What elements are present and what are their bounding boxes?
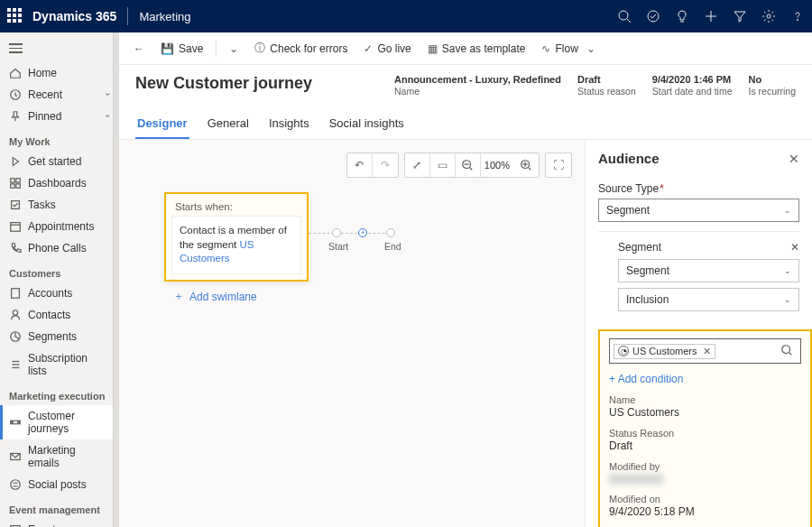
sidebar-item-accounts[interactable]: Accounts <box>0 282 118 304</box>
add-node-button[interactable]: + <box>358 228 367 237</box>
add-condition-button[interactable]: + Add condition <box>609 373 801 385</box>
svg-point-6 <box>767 14 770 18</box>
sidebar-item-subscription-lists[interactable]: Subscription lists <box>0 347 118 382</box>
sidebar-item-segments[interactable]: Segments <box>0 326 118 347</box>
save-template-button[interactable]: ▦Save as template <box>422 39 531 59</box>
fit-button[interactable]: ⛶ <box>546 153 571 177</box>
calendar-icon <box>9 523 22 528</box>
meta-value: Announcement - Luxury, Redefined <box>394 74 561 85</box>
header-meta: Announcement - Luxury, Redefined Name <box>394 74 561 97</box>
global-topbar: Dynamics 365 Marketing <box>0 0 812 32</box>
go-live-button[interactable]: ✓Go live <box>358 39 416 59</box>
add-swimlane-button[interactable]: ＋Add swimlane <box>173 289 257 304</box>
sidebar-item-home[interactable]: Home <box>0 62 118 84</box>
app-launcher-icon[interactable] <box>7 8 23 24</box>
module-name: Marketing <box>139 10 190 23</box>
sidebar-item-label: Subscription lists <box>28 352 109 377</box>
sidebar-item-pinned[interactable]: Pinned › <box>0 106 118 127</box>
page-header: New Customer journey Announcement - Luxu… <box>119 65 812 140</box>
end-label: End <box>384 241 401 252</box>
segment-label: Segment <box>618 241 661 254</box>
sidebar-item-dashboards[interactable]: Dashboards <box>0 172 118 194</box>
meta-label: Status reason <box>577 86 636 97</box>
sidebar-toggle[interactable] <box>0 40 118 62</box>
sidebar-item-label: Marketing emails <box>28 444 109 469</box>
sidebar-item-get-started[interactable]: Get started <box>0 151 118 172</box>
search-icon[interactable] <box>617 9 632 23</box>
expand-button[interactable]: ⤢ <box>405 153 430 177</box>
back-button[interactable]: ← <box>128 42 150 55</box>
save-button[interactable]: 💾Save <box>155 39 208 59</box>
detail-modon-label: Modified on <box>609 494 801 504</box>
sidebar-item-label: Get started <box>28 155 81 168</box>
left-sidebar: Home Recent › Pinned › My Work Get start… <box>0 32 119 527</box>
source-type-dropdown[interactable]: Segment⌄ <box>598 199 799 222</box>
tab-general[interactable]: General <box>206 111 251 139</box>
sidebar-item-events[interactable]: Events <box>0 519 118 528</box>
undo-button[interactable]: ↶ <box>347 153 373 177</box>
inclusion-dropdown[interactable]: Inclusion⌄ <box>618 288 799 311</box>
tab-insights[interactable]: Insights <box>267 111 311 139</box>
svg-point-27 <box>18 421 20 423</box>
svg-point-20 <box>13 310 17 314</box>
start-label: Start <box>328 241 348 252</box>
flow-connector <box>309 233 390 235</box>
sidebar-item-tasks[interactable]: Tasks <box>0 194 118 216</box>
sidebar-item-customer-journeys[interactable]: Customer journeys <box>0 405 118 439</box>
audience-panel: Audience ✕ Source Type Segment⌄ Segment … <box>585 140 812 527</box>
end-node[interactable] <box>386 228 395 237</box>
meta-label: Name <box>394 86 561 97</box>
chevron-down-icon: ⌄ <box>586 42 595 55</box>
help-icon[interactable] <box>790 9 805 23</box>
svg-rect-15 <box>11 222 21 231</box>
sidebar-item-label: Customer journeys <box>28 410 109 435</box>
flow-button[interactable]: ∿Flow⌄ <box>536 39 600 59</box>
detail-name-value: US Customers <box>609 406 801 419</box>
sidebar-item-contacts[interactable]: Contacts <box>0 304 118 326</box>
filter-icon[interactable] <box>733 9 747 23</box>
sidebar-group-header: Marketing execution <box>0 382 118 405</box>
assistant-icon[interactable] <box>646 9 660 23</box>
start-tile[interactable]: Starts when: Contact is a member of the … <box>164 192 309 282</box>
redo-button[interactable]: ↷ <box>373 153 398 177</box>
minimap-button[interactable]: ▭ <box>430 153 456 177</box>
lightbulb-icon[interactable] <box>675 9 689 23</box>
social-icon <box>9 478 22 491</box>
check-errors-button[interactable]: ⓘCheck for errors <box>249 37 353 60</box>
sidebar-item-label: Social posts <box>28 478 87 491</box>
sidebar-item-label: Tasks <box>28 199 56 211</box>
segment-type-dropdown[interactable]: Segment⌄ <box>618 259 799 282</box>
meta-value: No <box>748 74 796 85</box>
sidebar-item-appointments[interactable]: Appointments <box>0 216 118 237</box>
meta-value: Draft <box>577 74 636 85</box>
tab-social-insights[interactable]: Social insights <box>328 111 406 139</box>
remove-segment-button[interactable]: ✕ <box>790 241 799 254</box>
segment-chip[interactable]: ◔ US Customers ✕ <box>614 344 715 359</box>
svg-point-26 <box>12 421 14 423</box>
svg-rect-12 <box>11 183 14 187</box>
sidebar-item-social-posts[interactable]: Social posts <box>0 474 118 495</box>
mail-icon <box>9 450 22 463</box>
zoom-out-button[interactable] <box>456 153 481 177</box>
segment-lookup-input[interactable]: ◔ US Customers ✕ <box>609 338 801 364</box>
person-icon <box>9 309 22 321</box>
save-dropdown[interactable]: ⌄ <box>224 39 244 59</box>
sidebar-item-phone-calls[interactable]: Phone Calls <box>0 237 118 259</box>
sidebar-item-label: Dashboards <box>28 177 87 190</box>
add-icon[interactable] <box>704 9 718 23</box>
settings-icon[interactable] <box>761 9 776 23</box>
sidebar-item-recent[interactable]: Recent › <box>0 84 118 106</box>
remove-chip-button[interactable]: ✕ <box>703 346 711 357</box>
tab-designer[interactable]: Designer <box>135 111 189 139</box>
detail-status-value: Draft <box>609 439 801 452</box>
sidebar-item-marketing-emails[interactable]: Marketing emails <box>0 439 118 474</box>
detail-modby-value <box>609 474 663 485</box>
designer-canvas[interactable]: ↶ ↷ ⤢ ▭ 100% ⛶ Starts when: Contact is a <box>119 140 585 527</box>
flow-icon: ∿ <box>541 42 550 55</box>
search-icon[interactable] <box>780 344 797 359</box>
sidebar-item-label: Appointments <box>28 220 94 233</box>
start-node[interactable] <box>332 228 341 237</box>
zoom-in-button[interactable] <box>513 153 539 177</box>
play-icon <box>9 155 22 168</box>
close-panel-button[interactable]: ✕ <box>789 152 799 166</box>
